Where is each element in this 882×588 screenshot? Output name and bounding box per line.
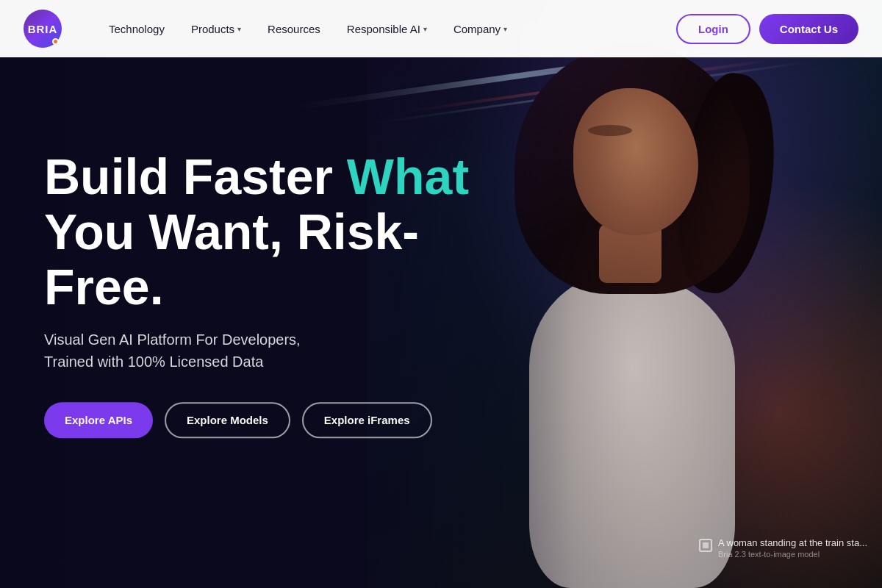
navbar: BRIA Technology Products ▾ Resources Res… [0, 0, 882, 57]
nav-links: Technology Products ▾ Resources Responsi… [97, 17, 676, 41]
caption-icon [699, 539, 712, 552]
explore-iframes-button[interactable]: Explore iFrames [302, 403, 432, 439]
nav-item-products[interactable]: Products ▾ [179, 17, 253, 41]
caption-sub-text: Bria 2.3 text-to-image model [718, 550, 867, 559]
company-chevron-icon: ▾ [503, 25, 507, 33]
contact-us-button[interactable]: Contact Us [759, 14, 858, 44]
hero-subtitle-line1: Visual Gen AI Platform For Developers, [44, 332, 301, 348]
caption-text: A woman standing at the train sta... Bri… [718, 537, 867, 559]
explore-apis-button[interactable]: Explore APIs [44, 403, 153, 439]
logo-dot [52, 38, 59, 45]
hero-title-accent: What [347, 148, 469, 204]
hero-subtitle: Visual Gen AI Platform For Developers, T… [44, 329, 470, 373]
image-caption: A woman standing at the train sta... Bri… [699, 537, 867, 559]
caption-main-text: A woman standing at the train sta... [718, 537, 867, 548]
nav-item-technology[interactable]: Technology [97, 17, 176, 41]
hero-buttons: Explore APIs Explore Models Explore iFra… [44, 403, 470, 439]
hero-title: Build Faster What You Want, Risk-Free. [44, 149, 470, 314]
logo-text: BRIA [28, 23, 58, 35]
products-chevron-icon: ▾ [237, 25, 241, 33]
hero-subtitle-line2: Trained with 100% Licensed Data [44, 354, 263, 370]
explore-models-button[interactable]: Explore Models [165, 403, 290, 439]
hero-title-line1: Build Faster [44, 148, 347, 204]
nav-actions: Login Contact Us [676, 14, 858, 44]
hero-section: Build Faster What You Want, Risk-Free. V… [0, 0, 882, 588]
nav-item-responsible-ai[interactable]: Responsible AI ▾ [335, 17, 439, 41]
responsible-ai-chevron-icon: ▾ [423, 25, 427, 33]
logo[interactable]: BRIA [24, 10, 62, 48]
hero-title-line2: You Want, Risk-Free. [44, 204, 419, 315]
nav-item-company[interactable]: Company ▾ [442, 17, 519, 41]
hero-content: Build Faster What You Want, Risk-Free. V… [0, 149, 514, 438]
logo-circle: BRIA [24, 10, 62, 48]
nav-item-resources[interactable]: Resources [256, 17, 332, 41]
login-button[interactable]: Login [676, 14, 750, 44]
